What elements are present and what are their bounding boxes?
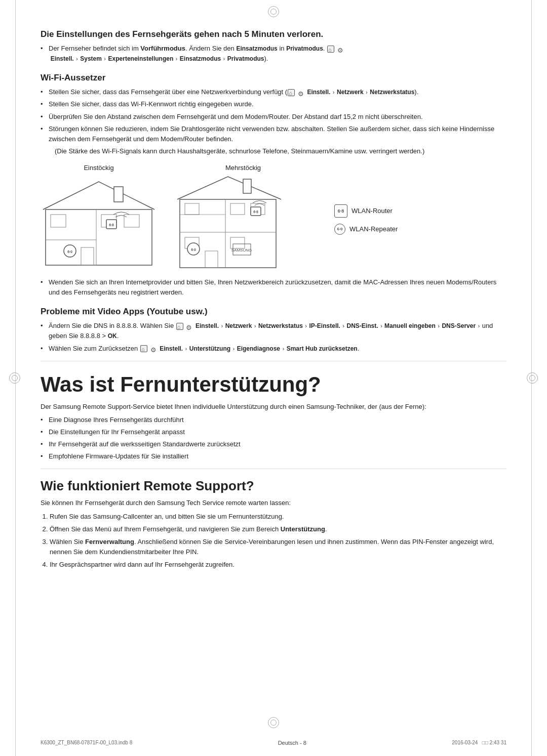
top-binding-circle xyxy=(268,6,279,17)
list-item: Eine Diagnose Ihres Fernsehgeräts durchf… xyxy=(41,415,506,425)
page-container: Die Einstellungen des Fernsehgeräts gehe… xyxy=(0,0,547,756)
section2-bullets: Stellen Sie sicher, dass das Fernsehgerä… xyxy=(41,87,506,144)
section4-intro: Der Samsung Remote Support-Service biete… xyxy=(41,402,506,412)
repeater-label: WLAN-Repeater xyxy=(349,225,398,233)
list-item: Stellen Sie sicher, dass das Wi-Fi-Kennw… xyxy=(41,99,506,109)
list-item: Wenden Sie sich an Ihren Internetprovide… xyxy=(41,277,506,298)
gear-icon: ⚙ xyxy=(298,89,305,96)
section5-numbered: Rufen Sie das Samsung-Callcenter an, und… xyxy=(41,512,506,570)
single-story-svg: 6·8 6·0 xyxy=(41,174,157,270)
home-icon xyxy=(327,46,334,53)
svg-rect-17 xyxy=(185,203,199,215)
section4-bullets: Eine Diagnose Ihres Fernsehgeräts durchf… xyxy=(41,415,506,462)
section-divider2 xyxy=(41,469,506,469)
svg-rect-6 xyxy=(124,215,139,227)
svg-rect-7 xyxy=(114,187,123,202)
wifi-indented-note: (Die Stärke des Wi-Fi-Signals kann durch… xyxy=(41,147,506,155)
list-item: Ändern Sie die DNS in 8.8.8.8. Wählen Si… xyxy=(41,321,506,341)
section5-title: Wie funktioniert Remote Support? xyxy=(41,478,506,494)
router-label: WLAN-Router xyxy=(351,207,393,215)
diagram-legend: 6·8 WLAN-Router 6·0 WLAN-Repeater xyxy=(329,204,398,235)
section1-title: Die Einstellungen des Fernsehgeräts gehe… xyxy=(41,29,506,39)
multi-story-svg: 6·8 6·0 SAMSUNG xyxy=(172,174,314,270)
section1-bullets: Der Fernseher befindet sich im Vorführmo… xyxy=(41,44,506,64)
diagram-multi-label: Mehrstöckig xyxy=(225,164,261,172)
list-item: Ihr Gesprächspartner wird dann auf Ihr F… xyxy=(50,560,506,570)
gear-icon: ⚙ xyxy=(150,345,158,352)
home-icon xyxy=(288,89,295,96)
section-divider xyxy=(41,361,506,361)
router-legend-icon: 6·8 xyxy=(334,204,347,218)
list-item: Ihr Fernsehgerät auf die werksseitigen S… xyxy=(41,439,506,449)
home-icon xyxy=(176,323,183,330)
diagram-single-story: Einstöckig 6·8 xyxy=(41,164,157,270)
footer-page: Deutsch - 8 xyxy=(132,740,452,746)
svg-text:6·0: 6·0 xyxy=(67,250,72,254)
diagram-area: Einstöckig 6·8 xyxy=(41,164,506,270)
svg-rect-13 xyxy=(243,179,251,193)
svg-rect-21 xyxy=(230,237,245,248)
svg-text:6·0: 6·0 xyxy=(191,248,196,251)
section2-title: Wi-Fi-Aussetzer xyxy=(41,73,506,83)
list-item: Öffnen Sie das Menü auf Ihrem Fernsehger… xyxy=(50,524,506,534)
list-item: Die Einstellungen für Ihr Fernsehgerät a… xyxy=(41,427,506,437)
legend-repeater: 6·0 WLAN-Repeater xyxy=(334,224,398,235)
list-item: Störungen können Sie reduzieren, indem S… xyxy=(41,124,506,144)
footer-date: 2016-03-24 □□ 2:43 31 xyxy=(452,740,506,746)
list-item: Empfohlene Firmware-Updates für Sie inst… xyxy=(41,451,506,461)
section2-bullets2: Wenden Sie sich an Ihren Internetprovide… xyxy=(41,277,506,298)
diagram-multi-story: Mehrstöckig xyxy=(172,164,314,270)
legend-router: 6·8 WLAN-Router xyxy=(334,204,398,218)
svg-rect-18 xyxy=(230,203,245,215)
bottom-binding-circle xyxy=(268,717,279,728)
svg-rect-12 xyxy=(180,199,276,268)
svg-rect-3 xyxy=(81,247,94,265)
svg-rect-0 xyxy=(46,209,152,265)
list-item: Überprüfen Sie den Abstand zwischen dem … xyxy=(41,112,506,122)
section3-bullets: Ändern Sie die DNS in 8.8.8.8. Wählen Si… xyxy=(41,321,506,353)
svg-rect-4 xyxy=(51,215,66,227)
svg-text:SAMSUNG: SAMSUNG xyxy=(231,248,252,253)
svg-text:6·8: 6·8 xyxy=(109,223,114,227)
list-item: Rufen Sie das Samsung-Callcenter an, und… xyxy=(50,512,506,522)
gear-icon: ⚙ xyxy=(337,46,344,53)
repeater-legend-icon: 6·0 xyxy=(334,224,345,235)
diagram-single-label: Einstöckig xyxy=(84,164,113,172)
svg-rect-22 xyxy=(205,251,218,268)
list-item: Der Fernseher befindet sich im Vorführmo… xyxy=(41,44,506,64)
section5-intro: Sie können Ihr Fernsehgerät durch den Sa… xyxy=(41,498,506,508)
section3-title: Probleme mit Video Apps (Youtube usw.) xyxy=(41,307,506,317)
svg-text:6·8: 6·8 xyxy=(253,210,258,214)
footer-file: K6300_ZT_BN68-07871F-00_L03.indb 8 xyxy=(41,740,132,746)
footer: K6300_ZT_BN68-07871F-00_L03.indb 8 Deuts… xyxy=(41,740,506,746)
list-item: Stellen Sie sicher, dass das Fernsehgerä… xyxy=(41,87,506,97)
gear-icon: ⚙ xyxy=(186,323,193,330)
home-icon xyxy=(140,345,147,352)
list-item: Wählen Sie zum Zurücksetzen ⚙ Einstell. … xyxy=(41,344,506,354)
left-binding-circle xyxy=(9,372,20,384)
right-binding-circle xyxy=(527,372,538,384)
list-item: Wählen Sie Fernverwaltung. Anschließend … xyxy=(50,537,506,557)
section4-title: Was ist Fernunterstützung? xyxy=(41,372,506,397)
